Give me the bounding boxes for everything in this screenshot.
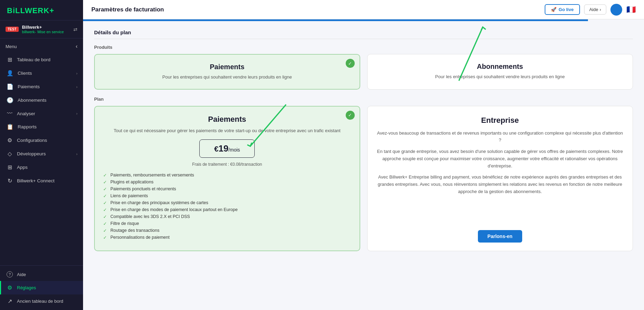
plan-card-paiements[interactable]: ✓ Paiements Tout ce qui est nécessaire p…	[94, 106, 360, 252]
product-card-abonnements[interactable]: Abonnements Pour les entreprises qui sou…	[367, 54, 633, 90]
check-icon: ✓	[103, 186, 108, 192]
account-name: Billwerk+	[22, 25, 64, 30]
dashboard-icon: ⊞	[7, 56, 13, 63]
plan-card-entreprise: Entreprise Avez-vous beaucoup de transac…	[367, 106, 633, 252]
go-live-button[interactable]: 🚀 Go live	[545, 4, 580, 15]
plan-selected-checkmark: ✓	[346, 111, 355, 120]
check-icon: ✓	[103, 207, 108, 212]
menu-collapse-icon[interactable]: ‹	[76, 43, 78, 49]
sidebar-item-rapports[interactable]: 📋 Rapports	[0, 120, 83, 134]
price-period: /mois	[228, 147, 240, 153]
product-card-paiements[interactable]: ✓ Paiements Pour les entreprises qui sou…	[94, 54, 360, 90]
product-card-desc: Pour les entreprises qui souhaitent vend…	[102, 74, 353, 81]
content-area: Détails du plan Produits ✓ Paiements Pou…	[83, 19, 644, 310]
ancien-tableau-icon: ↗	[7, 298, 13, 304]
user-avatar[interactable]: 👤	[610, 4, 622, 16]
feature-text: Filtre de risque	[110, 221, 139, 226]
frais-text: Frais de traitement : €0.08/transaction	[103, 162, 351, 167]
entreprise-title: Entreprise	[377, 116, 623, 125]
check-icon: ✓	[103, 193, 108, 199]
sidebar-label: Rapports	[18, 124, 37, 129]
sidebar-item-analyser[interactable]: 〰 Analyser ›	[0, 107, 83, 120]
product-card-title: Abonnements	[374, 63, 626, 71]
list-item: ✓Compatible avec les 3DS 2.X et PCI DSS	[103, 213, 351, 220]
list-item: ✓Paiements ponctuels et récurrents	[103, 185, 351, 192]
language-flag[interactable]: 🇫🇷	[626, 5, 636, 14]
apps-icon: ⊞	[7, 164, 13, 171]
sidebar: BiLLWERK+ TEST Billwerk+ billwerk- Mise …	[0, 0, 83, 310]
sidebar-label: Développeurs	[17, 151, 46, 156]
product-cards-row: ✓ Paiements Pour les entreprises qui sou…	[94, 54, 633, 90]
aide-label: Aide	[589, 7, 598, 12]
content-inner: Détails du plan Produits ✓ Paiements Pou…	[83, 21, 644, 259]
sidebar-label: Apps	[17, 165, 28, 170]
price-box: €19/mois	[199, 139, 255, 158]
sidebar-label: Billwerk+ Connect	[17, 178, 54, 183]
feature-text: Liens de paiements	[110, 193, 148, 198]
sidebar-label: Réglages	[17, 285, 36, 290]
price-wrapper: €19/mois	[103, 139, 351, 161]
feature-text: Plugins et applications	[110, 180, 153, 184]
logo-text: BiLLWERK	[7, 6, 49, 15]
reglages-icon: ⚙	[7, 284, 13, 291]
main: Paramètres de facturation 🚀 Go live Aide…	[83, 0, 644, 310]
plan-card-desc: Tout ce qui est nécessaire pour gérer le…	[103, 127, 351, 134]
sidebar-nav: ⊞ Tableau de bord 👤 Clients › 📄 Paiement…	[0, 52, 83, 265]
aide-button[interactable]: Aide ›	[584, 4, 606, 15]
feature-text: Routage des transactions	[110, 228, 160, 233]
produits-label: Produits	[94, 45, 633, 50]
sidebar-label: Configurations	[17, 138, 47, 143]
sidebar-item-abonnements[interactable]: 🕐 Abonnements	[0, 93, 83, 107]
check-icon: ✓	[103, 200, 108, 206]
sidebar-label: Tableau de bord	[17, 57, 51, 62]
feature-text: Prise en charge des principaux systèmes …	[110, 200, 208, 205]
feature-text: Prise en charge des modes de paiement lo…	[110, 207, 238, 212]
sidebar-label: Ancien tableau de bord	[17, 299, 63, 304]
selected-checkmark: ✓	[346, 59, 355, 68]
plan-cards-row: ✓ Paiements Tout ce qui est nécessaire p…	[94, 106, 633, 252]
sidebar-label: Aide	[17, 272, 26, 277]
sidebar-item-apps[interactable]: ⊞ Apps	[0, 161, 83, 174]
chevron-right-icon: ›	[76, 71, 78, 75]
chevron-right-icon: ›	[76, 85, 78, 89]
account-sub: billwerk- Mise en service	[22, 30, 64, 34]
configurations-icon: ⚙	[7, 137, 13, 144]
sidebar-item-ancien-tableau[interactable]: ↗ Ancien tableau de bord	[0, 294, 83, 308]
feature-text: Paiements ponctuels et récurrents	[110, 186, 176, 191]
topbar: Paramètres de facturation 🚀 Go live Aide…	[83, 0, 644, 19]
sidebar-item-configurations[interactable]: ⚙ Configurations	[0, 134, 83, 147]
chevron-right-icon: ›	[600, 7, 601, 12]
switch-icon[interactable]: ⇄	[73, 27, 78, 32]
page-title: Paramètres de facturation	[91, 6, 541, 13]
sidebar-bottom: ? Aide ⚙ Réglages ↗ Ancien tableau de bo…	[0, 265, 83, 310]
feature-list: ✓Paiements, remboursements et versements…	[103, 172, 351, 241]
sidebar-item-reglages[interactable]: ⚙ Réglages	[0, 281, 83, 294]
chevron-right-icon: ›	[76, 152, 78, 156]
avatar-icon: 👤	[613, 6, 620, 13]
sidebar-label: Paiements	[18, 84, 40, 89]
sidebar-item-developpeurs[interactable]: ◇ Développeurs ›	[0, 147, 83, 161]
list-item: ✓Plugins et applications	[103, 179, 351, 185]
logo: BiLLWERK+	[0, 0, 83, 20]
aide-icon: ?	[7, 271, 13, 277]
entreprise-para2: En tant que grande entreprise, vous avez…	[377, 148, 623, 170]
sidebar-item-clients[interactable]: 👤 Clients ›	[0, 66, 83, 80]
list-item: ✓Routage des transactions	[103, 227, 351, 234]
list-item: ✓Paiements, remboursements et versements	[103, 172, 351, 179]
sidebar-item-tableau-de-bord[interactable]: ⊞ Tableau de bord	[0, 53, 83, 66]
sidebar-item-paiements[interactable]: 📄 Paiements ›	[0, 80, 83, 93]
sidebar-item-aide[interactable]: ? Aide	[0, 268, 83, 281]
account-sub-text: billwerk-	[22, 30, 36, 34]
check-icon: ✓	[103, 180, 108, 185]
developpeurs-icon: ◇	[7, 151, 13, 157]
check-icon: ✓	[103, 173, 108, 178]
check-icon: ✓	[103, 228, 108, 233]
logo-plus: +	[49, 6, 54, 15]
test-badge: TEST	[6, 27, 19, 32]
entreprise-para3: Avec Billwerk+ Entreprise billing and pa…	[377, 174, 623, 195]
menu-header: Menu ‹	[0, 38, 83, 52]
sidebar-item-billwerk-connect[interactable]: ↻ Billwerk+ Connect	[0, 174, 83, 188]
product-card-title: Paiements	[102, 63, 353, 71]
parlons-en-button[interactable]: Parlons-en	[478, 230, 522, 243]
analyser-icon: 〰	[7, 110, 13, 117]
